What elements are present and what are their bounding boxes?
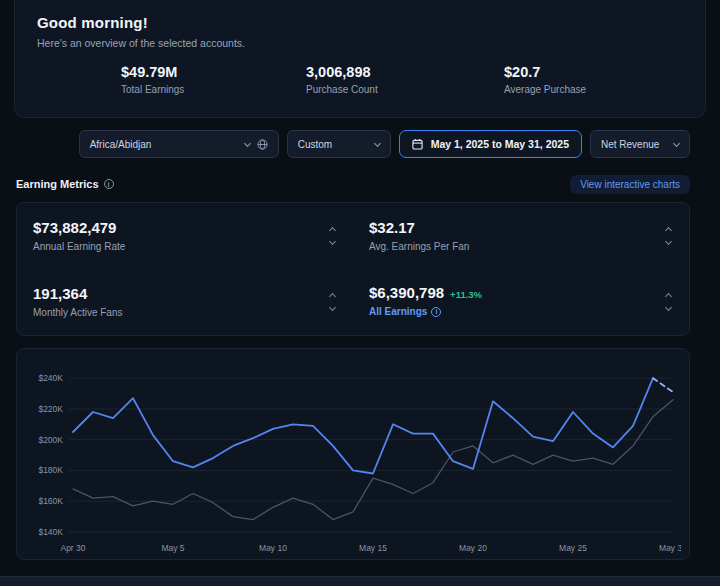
metric-label: Annual Earning Rate — [33, 241, 125, 252]
metric-stepper — [660, 290, 677, 314]
view-interactive-charts-link[interactable]: View interactive charts — [570, 175, 690, 194]
metric-label: Avg. Earnings Per Fan — [369, 241, 469, 252]
stat-average-purchase: $20.7 Average Purchase — [504, 64, 683, 95]
chevron-down-icon — [673, 139, 680, 146]
svg-text:$140K: $140K — [38, 527, 63, 537]
metric-stepper — [324, 224, 341, 248]
metric-card-text: $32.17 Avg. Earnings Per Fan — [369, 219, 469, 252]
earnings-line-chart: $140K$160K$180K$200K$220K$240KApr 30May … — [25, 355, 681, 557]
stat-label: Average Purchase — [504, 84, 683, 95]
stat-value: $20.7 — [504, 64, 683, 80]
stat-value: 3,006,898 — [306, 64, 504, 80]
metric-card-text: 191,364 Monthly Active Fans — [33, 285, 122, 318]
metric-delta-badge: +11.3% — [450, 289, 482, 300]
svg-text:May 20: May 20 — [459, 543, 487, 553]
svg-text:$200K: $200K — [38, 435, 63, 445]
date-range-value: May 1, 2025 to May 31, 2025 — [431, 138, 569, 150]
globe-icon — [257, 139, 268, 150]
timezone-select[interactable]: Africa/Abidjan — [79, 130, 279, 158]
all-earnings-link[interactable]: All Earnings — [369, 306, 441, 317]
earning-metrics-grid: $73,882,479 Annual Earning Rate $32.17 A… — [16, 202, 690, 336]
svg-text:$240K: $240K — [38, 373, 63, 383]
earning-metrics-title-row: Earning Metrics — [16, 178, 114, 190]
svg-text:May 10: May 10 — [259, 543, 287, 553]
date-preset-value: Custom — [298, 139, 332, 150]
metric-card-text: $6,390,798+11.3% All Earnings — [369, 284, 482, 319]
overview-panel: Good morning! Here's an overview of the … — [14, 0, 706, 118]
next-panel-edge — [0, 576, 720, 586]
metric-card-monthly-active-fans: 191,364 Monthly Active Fans — [17, 268, 353, 335]
metric-label: Monthly Active Fans — [33, 307, 122, 318]
dashboard-page: Good morning! Here's an overview of the … — [0, 0, 720, 586]
metric-value: $6,390,798 — [369, 284, 444, 301]
metric-label: All Earnings — [369, 306, 427, 317]
stepper-up-icon[interactable] — [329, 292, 336, 299]
stat-label: Total Earnings — [121, 84, 306, 95]
metric-value: 191,364 — [33, 285, 122, 302]
metric-card-all-earnings: $6,390,798+11.3% All Earnings — [353, 268, 689, 335]
svg-text:$220K: $220K — [38, 404, 63, 414]
stepper-up-icon[interactable] — [329, 226, 336, 233]
metric-card-annual-earning-rate: $73,882,479 Annual Earning Rate — [17, 203, 353, 268]
metric-card-avg-earnings-per-fan: $32.17 Avg. Earnings Per Fan — [353, 203, 689, 268]
svg-text:$160K: $160K — [38, 496, 63, 506]
date-range-input[interactable]: May 1, 2025 to May 31, 2025 — [399, 130, 582, 158]
metric-stepper — [324, 290, 341, 314]
greeting-subtitle: Here's an overview of the selected accou… — [37, 37, 683, 49]
earning-metrics-header: Earning Metrics View interactive charts — [16, 174, 690, 194]
metric-value-row: $6,390,798+11.3% — [369, 284, 482, 301]
metric-card-text: $73,882,479 Annual Earning Rate — [33, 219, 125, 252]
earning-metrics-title: Earning Metrics — [16, 178, 99, 190]
svg-text:May 15: May 15 — [359, 543, 387, 553]
stepper-down-icon[interactable] — [665, 237, 672, 244]
stepper-down-icon[interactable] — [329, 303, 336, 310]
stat-value: $49.79M — [121, 64, 306, 80]
chevron-down-icon — [374, 139, 381, 146]
calendar-icon — [412, 138, 423, 150]
metric-select-value: Net Revenue — [601, 139, 659, 150]
stat-purchase-count: 3,006,898 Purchase Count — [306, 64, 504, 95]
svg-text:May 25: May 25 — [559, 543, 587, 553]
metric-value: $32.17 — [369, 219, 469, 236]
stepper-up-icon[interactable] — [665, 292, 672, 299]
stat-total-earnings: $49.79M Total Earnings — [121, 64, 306, 95]
greeting: Good morning! — [37, 14, 683, 31]
filter-bar: Africa/Abidjan Custom May 1, 2025 t — [16, 130, 690, 158]
earnings-chart-panel: $140K$160K$180K$200K$220K$240KApr 30May … — [16, 348, 690, 560]
svg-text:May 30: May 30 — [659, 543, 681, 553]
chevron-down-icon — [244, 139, 251, 146]
metric-value: $73,882,479 — [33, 219, 125, 236]
metric-stepper — [660, 224, 677, 248]
timezone-select-icons — [245, 139, 268, 150]
stepper-down-icon[interactable] — [329, 237, 336, 244]
date-preset-select[interactable]: Custom — [287, 130, 391, 158]
info-icon — [104, 179, 114, 189]
stat-label: Purchase Count — [306, 84, 504, 95]
stepper-down-icon[interactable] — [665, 303, 672, 310]
overview-stats: $49.79M Total Earnings 3,006,898 Purchas… — [37, 64, 683, 95]
timezone-select-value: Africa/Abidjan — [90, 139, 152, 150]
metric-select[interactable]: Net Revenue — [590, 130, 690, 158]
svg-text:Apr 30: Apr 30 — [60, 543, 85, 553]
info-icon — [431, 307, 441, 317]
svg-text:May 5: May 5 — [161, 543, 184, 553]
svg-text:$180K: $180K — [38, 465, 63, 475]
stepper-up-icon[interactable] — [665, 226, 672, 233]
